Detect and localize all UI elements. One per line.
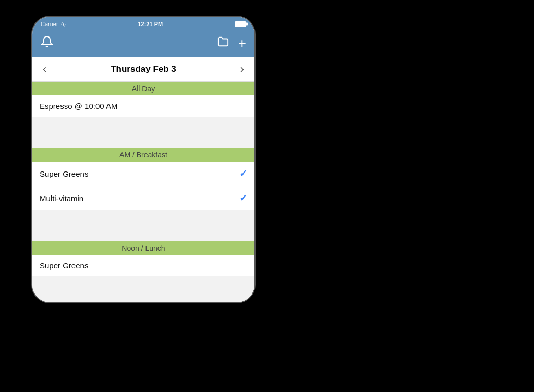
am-breakfast-items: Super Greens ✓ Multi-vitamin ✓ — [32, 162, 254, 210]
status-bar: Carrier ∿ 12:21 PM — [32, 17, 254, 31]
checkmark-icon: ✓ — [239, 192, 247, 204]
folder-icon — [217, 36, 229, 47]
list-item[interactable]: Super Greens — [32, 255, 254, 276]
section-header-am-breakfast: AM / Breakfast — [32, 148, 254, 162]
content-area: All Day Espresso @ 10:00 AM AM / Breakfa… — [32, 82, 254, 302]
section-noon-lunch: Noon / Lunch Super Greens — [32, 241, 254, 302]
list-item[interactable]: Super Greens ✓ — [32, 162, 254, 186]
section-header-noon-lunch: Noon / Lunch — [32, 241, 254, 255]
list-item[interactable]: Espresso @ 10:00 AM — [32, 95, 254, 117]
folder-button[interactable] — [217, 36, 229, 51]
bell-button[interactable] — [41, 35, 53, 51]
list-item[interactable]: Multi-vitamin ✓ — [32, 186, 254, 210]
phone-frame: Carrier ∿ 12:21 PM + ‹ — [31, 16, 256, 303]
item-label: Super Greens — [40, 261, 88, 270]
carrier-info: Carrier ∿ — [41, 20, 66, 28]
add-button[interactable]: + — [238, 36, 246, 50]
nav-right-buttons: + — [217, 36, 246, 51]
next-day-button[interactable]: › — [237, 63, 247, 76]
empty-space-2 — [32, 210, 254, 241]
section-header-all-day: All Day — [32, 82, 254, 95]
checkmark-icon: ✓ — [239, 168, 247, 179]
battery-indicator — [235, 21, 246, 27]
battery-icon — [235, 21, 246, 27]
nav-bar: + — [32, 31, 254, 57]
date-title: Thursday Feb 3 — [50, 64, 237, 75]
carrier-label: Carrier — [41, 21, 58, 27]
all-day-items: Espresso @ 10:00 AM — [32, 95, 254, 117]
date-header: ‹ Thursday Feb 3 › — [32, 57, 254, 82]
section-all-day: All Day Espresso @ 10:00 AM — [32, 82, 254, 148]
bottom-space — [32, 276, 254, 302]
item-label: Espresso @ 10:00 AM — [40, 102, 117, 111]
prev-day-button[interactable]: ‹ — [40, 63, 50, 76]
item-label: Super Greens — [40, 169, 88, 178]
wifi-icon: ∿ — [60, 20, 66, 28]
status-time: 12:21 PM — [138, 21, 163, 27]
section-am-breakfast: AM / Breakfast Super Greens ✓ Multi-vita… — [32, 148, 254, 241]
empty-space-1 — [32, 117, 254, 148]
bell-icon — [41, 35, 53, 48]
item-label: Multi-vitamin — [40, 194, 83, 203]
noon-lunch-items: Super Greens — [32, 255, 254, 276]
